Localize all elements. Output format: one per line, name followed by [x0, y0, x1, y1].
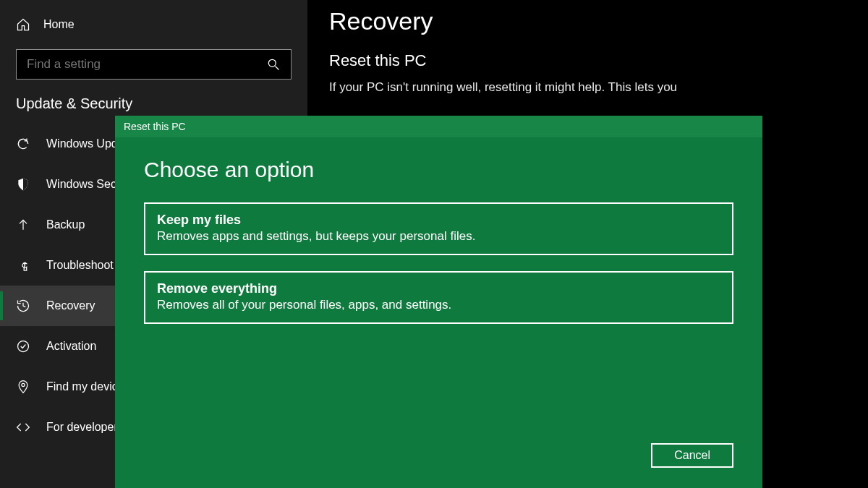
sidebar-item-label: Troubleshoot	[46, 259, 114, 272]
svg-point-3	[18, 341, 29, 352]
reset-pc-dialog: Reset this PC Choose an option Keep my f…	[115, 116, 762, 488]
sync-icon	[16, 137, 30, 151]
option-remove-everything[interactable]: Remove everything Removes all of your pe…	[144, 271, 733, 324]
option-description: Removes all of your personal files, apps…	[157, 298, 720, 312]
up-arrow-icon	[16, 218, 30, 232]
option-title: Keep my files	[157, 213, 720, 228]
search-input[interactable]	[27, 57, 230, 72]
home-icon	[16, 17, 30, 32]
sidebar-item-label: Find my device	[46, 380, 124, 393]
sidebar-item-label: Backup	[46, 218, 85, 231]
svg-line-1	[276, 67, 279, 70]
option-title: Remove everything	[157, 281, 720, 296]
page-title: Recovery	[329, 7, 839, 35]
section-body-text: If your PC isn't running well, resetting…	[329, 80, 839, 95]
history-icon	[16, 299, 30, 313]
dialog-heading: Choose an option	[144, 158, 733, 182]
code-icon	[16, 420, 30, 435]
option-description: Removes apps and settings, but keeps you…	[157, 229, 720, 244]
svg-point-0	[268, 59, 276, 67]
home-nav-item[interactable]: Home	[0, 10, 307, 45]
dialog-body: Choose an option Keep my files Removes a…	[115, 137, 762, 488]
section-subtitle: Reset this PC	[329, 51, 839, 70]
wrench-icon	[16, 258, 30, 273]
svg-point-4	[22, 383, 25, 386]
sidebar-item-label: For developers	[46, 421, 124, 434]
shield-icon	[16, 177, 30, 192]
check-circle-icon	[16, 339, 30, 354]
sidebar-item-label: Activation	[46, 340, 96, 353]
cancel-button[interactable]: Cancel	[651, 443, 733, 468]
location-icon	[16, 380, 30, 394]
settings-search[interactable]	[16, 49, 292, 80]
sidebar-item-label: Recovery	[46, 299, 95, 312]
home-label: Home	[43, 18, 75, 31]
search-icon	[266, 57, 281, 72]
dialog-titlebar: Reset this PC	[115, 116, 762, 137]
option-keep-my-files[interactable]: Keep my files Removes apps and settings,…	[144, 202, 733, 255]
